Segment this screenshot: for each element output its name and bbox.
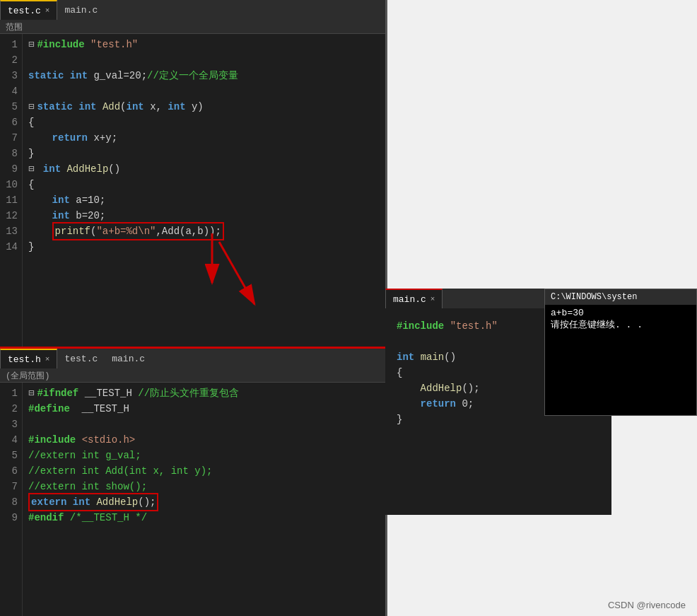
editor-bottom: test.h × test.c main.c (全局范围) 12345 6789… bbox=[0, 347, 385, 616]
code-line-5: ⊟ static int Add(int x, int y) bbox=[28, 99, 385, 115]
tab-label-main-c-top: main.c bbox=[64, 5, 98, 16]
highlighted-printf: printf("a+b=%d\n",Add(a,b)); bbox=[52, 222, 224, 240]
tab-label-test-c: test.c bbox=[8, 6, 41, 16]
tab-label-main-c-right: main.c bbox=[393, 294, 426, 305]
code-line-14: } bbox=[28, 239, 385, 255]
code-line-2 bbox=[28, 52, 385, 68]
code-area-bottom: 12345 6789 ⊟ #ifndef __TEST_H //防止头文件重复包… bbox=[0, 383, 385, 616]
terminal-line-1: a+b=30 bbox=[551, 308, 691, 318]
code-line-12: int b=20; bbox=[28, 208, 385, 223]
code-line-3: static int g_val=20;//定义一个全局变量 bbox=[28, 68, 385, 83]
bcode-line-4: #include <stdio.h> bbox=[28, 432, 385, 448]
breadcrumb-top: 范围 bbox=[0, 20, 385, 34]
close-icon-test-h[interactable]: × bbox=[45, 355, 50, 364]
code-line-4 bbox=[28, 83, 385, 99]
code-line-8: } bbox=[28, 146, 385, 161]
terminal-header: C:\WINDOWS\systen bbox=[545, 289, 696, 305]
code-lines-top: ⊟ #include "test.h" static int g_val=20;… bbox=[23, 34, 385, 347]
tab-label-test-h: test.h bbox=[8, 354, 41, 365]
bcode-line-2: #define __TEST_H bbox=[28, 401, 385, 417]
tab-test-c-bottom[interactable]: test.c bbox=[57, 349, 105, 368]
code-line-13: printf("a+b=%d\n",Add(a,b)); bbox=[28, 223, 385, 239]
code-area-top: 12345 678910 11121314 ⊟ #include "test.h… bbox=[0, 34, 385, 347]
highlighted-extern: extern int AddHelp(); bbox=[28, 493, 158, 511]
bcode-line-6: //extern int Add(int x, int y); bbox=[28, 463, 385, 479]
tab-test-c-top[interactable]: test.c × bbox=[0, 0, 57, 20]
bcode-line-1: ⊟ #ifndef __TEST_H //防止头文件重复包含 bbox=[28, 385, 385, 401]
code-lines-bottom: ⊟ #ifndef __TEST_H //防止头文件重复包含 #define _… bbox=[23, 383, 385, 616]
watermark: CSDN @rivencode bbox=[608, 600, 686, 610]
bcode-line-8: extern int AddHelp(); bbox=[28, 494, 385, 510]
tab-test-h[interactable]: test.h × bbox=[0, 349, 57, 368]
line-numbers-top: 12345 678910 11121314 bbox=[0, 34, 23, 347]
bcode-line-9: #endif /*__TEST_H */ bbox=[28, 510, 385, 525]
close-icon-main-c[interactable]: × bbox=[430, 295, 435, 303]
terminal-line-2: 请按任意键继续. . . bbox=[551, 318, 691, 331]
editor-top: test.c × main.c 范围 12345 678910 11121314… bbox=[0, 0, 385, 347]
bcode-line-7: //extern int show(); bbox=[28, 479, 385, 494]
line-numbers-bottom: 12345 6789 bbox=[0, 383, 23, 616]
top-tab-bar: test.c × main.c bbox=[0, 0, 385, 20]
code-line-10: { bbox=[28, 177, 385, 192]
code-line-6: { bbox=[28, 115, 385, 130]
code-line-7: return x+y; bbox=[28, 130, 385, 146]
tab-label-test-c-bottom: test.c bbox=[64, 354, 98, 364]
breadcrumb-bottom: (全局范围) bbox=[0, 368, 385, 383]
terminal-title: C:\WINDOWS\systen bbox=[551, 292, 637, 302]
bottom-tab-bar: test.h × test.c main.c bbox=[0, 349, 385, 368]
bcode-line-3 bbox=[28, 417, 385, 432]
tab-main-c-bottom[interactable]: main.c bbox=[105, 349, 152, 368]
terminal-body: a+b=30 请按任意键继续. . . bbox=[545, 305, 696, 415]
terminal-panel: C:\WINDOWS\systen a+b=30 请按任意键继续. . . bbox=[544, 289, 697, 416]
code-line-1: ⊟ #include "test.h" bbox=[28, 37, 385, 52]
code-line-9: ⊟ int AddHelp() bbox=[28, 161, 385, 177]
bcode-line-5: //extern int g_val; bbox=[28, 448, 385, 463]
code-line-11: int a=10; bbox=[28, 192, 385, 208]
tab-main-c-right[interactable]: main.c × bbox=[385, 289, 443, 308]
tab-main-c-top[interactable]: main.c bbox=[57, 0, 105, 20]
tab-label-main-c-bottom: main.c bbox=[112, 354, 145, 364]
close-icon-test-c[interactable]: × bbox=[45, 6, 50, 15]
